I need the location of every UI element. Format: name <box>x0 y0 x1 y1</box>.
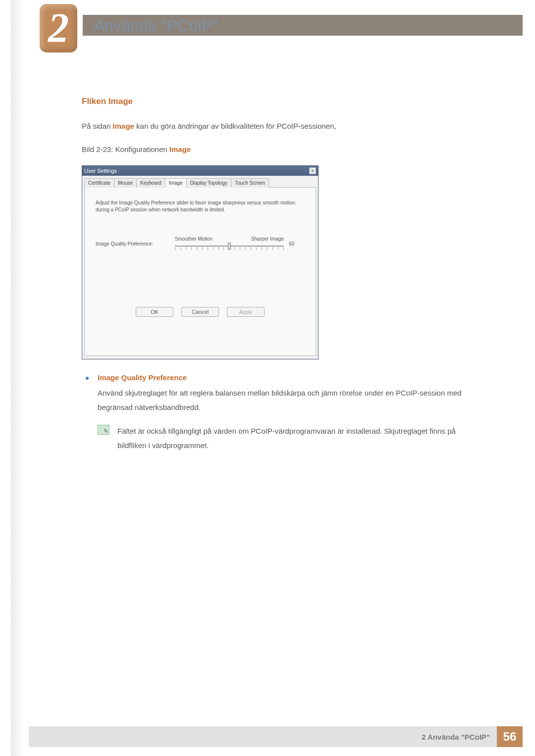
bullet-dot-icon <box>86 377 89 380</box>
apply-button[interactable]: Apply <box>227 307 265 317</box>
footer-text: 2 Använda "PCoIP" <box>29 726 497 747</box>
intro-pretext: På sidan <box>82 122 113 130</box>
tab-display-topology[interactable]: Display Topology <box>186 178 231 188</box>
slider-right-label: Sharper Image <box>251 236 284 242</box>
close-icon[interactable]: × <box>309 167 316 174</box>
figure-caption: Bild 2-23: Konfigurationen Image <box>82 143 478 157</box>
left-edge-gradient <box>11 0 23 756</box>
dialog-help-text: Adjust the Image Quality Preference slid… <box>96 200 305 213</box>
cancel-button[interactable]: Cancel <box>181 307 219 317</box>
chapter-number: 2 <box>48 7 69 49</box>
intro-posttext: kan du göra ändringar av bildkvaliteten … <box>134 122 336 130</box>
dialog-titlebar: User Settings × <box>82 166 318 176</box>
quality-slider[interactable] <box>175 244 284 252</box>
section-title: Fliken Image <box>82 97 478 106</box>
slider-left-label: Smoother Motion <box>175 236 213 242</box>
diagonal-stripe-decoration <box>0 0 35 40</box>
figure-caption-pre: Bild 2-23: Konfigurationen <box>82 145 169 153</box>
slider-value: 50 <box>284 236 294 247</box>
slider-thumb[interactable] <box>228 243 231 250</box>
footer: 2 Använda "PCoIP" 56 <box>29 726 523 747</box>
page-number: 56 <box>497 726 523 747</box>
chapter-badge: 2 <box>40 4 77 52</box>
bullet-item: Image Quality Preference Använd skjutreg… <box>82 373 478 415</box>
note-icon <box>98 425 109 435</box>
tab-touch-screen[interactable]: Touch Screen <box>231 178 269 188</box>
tab-mouse[interactable]: Mouse <box>114 178 137 188</box>
tab-pane-image: Adjust the Image Quality Preference slid… <box>84 188 316 356</box>
bullet-title: Image Quality Preference <box>98 373 478 382</box>
intro-bold: Image <box>113 122 134 130</box>
slider-label: Image Quality Preference: <box>96 236 175 247</box>
user-settings-dialog: User Settings × Certificate Mouse Keyboa… <box>82 165 319 359</box>
intro-paragraph: På sidan Image kan du göra ändringar av … <box>82 119 478 134</box>
tab-image[interactable]: Image <box>165 178 187 188</box>
chapter-title: Använda "PCoIP" <box>94 17 218 35</box>
figure-caption-bold: Image <box>169 145 191 153</box>
note-row: Fältet är också tillgängligt på värden o… <box>98 424 478 453</box>
ok-button[interactable]: OK <box>136 307 173 317</box>
note-text: Fältet är också tillgängligt på värden o… <box>117 424 478 453</box>
tab-keyboard[interactable]: Keyboard <box>136 178 165 188</box>
dialog-title: User Settings <box>84 168 117 174</box>
tab-certificate[interactable]: Certificate <box>84 178 114 188</box>
bullet-text: Använd skjutreglaget för att reglera bal… <box>98 386 478 415</box>
dialog-tabs: Certificate Mouse Keyboard Image Display… <box>84 178 316 188</box>
